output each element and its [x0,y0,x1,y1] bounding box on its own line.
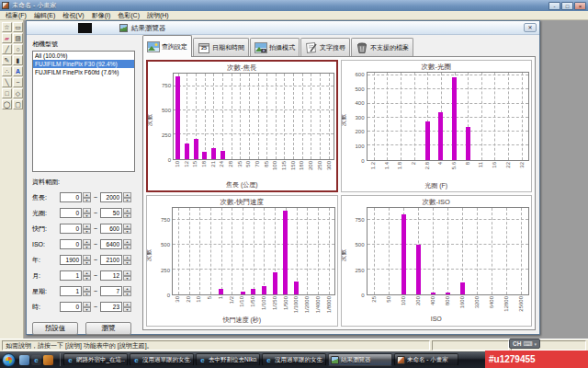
spin-down-icon[interactable]: ▼ [123,229,131,235]
spinner[interactable]: ▲▼ [83,255,91,265]
tab-不支援的檔案[interactable]: 不支援的檔案 [351,38,413,57]
spin-down-icon[interactable]: ▼ [123,276,131,282]
range-min-input[interactable]: 0 [60,208,82,218]
menu-item-5[interactable]: 說明(H) [144,11,172,20]
camera-listbox[interactable]: All (100.0%)FUJIFILM FinePix F30 (92.4%)… [32,51,135,172]
tool-curve[interactable]: ~ [13,77,23,87]
range-max-input[interactable]: 23 [100,302,122,312]
taskbar-button[interactable]: e去中野劃位去Niko... [196,353,260,366]
dialog-titlebar[interactable]: 結果瀏覽器 ✕ [27,21,539,35]
spin-down-icon[interactable]: ▼ [83,307,91,313]
media-player-icon[interactable] [43,355,53,365]
start-button[interactable] [2,353,16,367]
range-max-input[interactable]: 50 [100,208,122,218]
spinner[interactable]: ▲▼ [123,302,131,312]
range-max-input[interactable]: 600 [100,224,122,234]
tool-free-select[interactable]: ☆ [2,22,12,32]
tool-airbrush[interactable]: ∴ [2,66,12,76]
spin-down-icon[interactable]: ▼ [123,307,131,313]
close-button[interactable]: × [574,2,586,10]
menu-item-3[interactable]: 影像(I) [89,11,114,20]
language-bar[interactable]: CH ⌨ ▾ [509,339,540,349]
spin-down-icon[interactable]: ▼ [83,198,91,203]
spin-down-icon[interactable]: ▼ [83,245,91,250]
range-min-input[interactable]: 0 [60,192,82,202]
internet-explorer-icon[interactable]: e [31,355,41,365]
tool-brush[interactable]: ▮ [13,55,23,65]
spinner[interactable]: ▲▼ [123,286,131,296]
range-max-input[interactable]: 6400 [100,239,122,249]
range-min-input[interactable]: 0 [60,239,82,249]
taskbar-button[interactable]: 未命名 - 小畫家 [394,353,458,366]
tool-text[interactable]: A [13,66,23,76]
camera-list-item[interactable]: All (100.0%) [33,52,134,60]
spinner[interactable]: ▲▼ [83,208,91,218]
browse-button[interactable]: 瀏覽 [85,322,131,335]
taskbar-button[interactable]: e沒用過單眼的女生... [262,353,326,366]
chart-shutter-speed[interactable]: 次數-快門速度次數0250500750302010511/21/101/501/… [146,195,338,328]
spinner[interactable]: ▲▼ [83,224,91,234]
spin-down-icon[interactable]: ▼ [83,276,91,282]
spin-down-icon[interactable]: ▼ [83,292,91,297]
spinner[interactable]: ▲▼ [123,208,131,218]
spinner[interactable]: ▲▼ [83,239,91,249]
spinner[interactable]: ▲▼ [123,192,131,202]
tool-ellipse[interactable]: ◯ [2,99,12,109]
tool-rounded-rectangle[interactable]: ▢ [13,99,23,109]
language-caret-icon[interactable]: ▾ [534,341,537,347]
spin-down-icon[interactable]: ▼ [83,229,91,235]
maximize-button[interactable]: □ [561,2,573,10]
spin-down-icon[interactable]: ▼ [83,213,91,219]
tab-日期和時間[interactable]: 25日期和時間 [193,38,249,57]
menu-item-0[interactable]: 檔案(F) [3,11,29,20]
show-desktop-icon[interactable] [19,355,29,365]
spin-down-icon[interactable]: ▼ [123,245,131,250]
tab-文字搜尋[interactable]: 文字搜尋 [300,38,350,57]
chart-iso[interactable]: 次數-ISO次數02505007502550100200400800160032… [341,195,533,328]
tool-eraser[interactable]: ▰ [2,33,12,43]
tab-查詢設定[interactable]: 查詢設定 [142,35,192,57]
spinner[interactable]: ▲▼ [83,270,91,281]
tool-fill[interactable]: ▨ [13,33,23,43]
default-values-button[interactable]: 預設值 [32,322,78,335]
minimize-button[interactable]: - [548,2,560,10]
dialog-close-button[interactable]: ✕ [524,23,537,32]
menu-item-4[interactable]: 色彩(C) [115,11,142,20]
spinner[interactable]: ▲▼ [83,302,91,312]
spinner[interactable]: ▲▼ [83,192,91,202]
menu-item-2[interactable]: 檢視(V) [60,11,86,20]
tab-拍攝模式[interactable]: 拍攝模式 [250,38,300,57]
range-min-input[interactable]: 0 [60,224,82,234]
taskbar-button[interactable]: e沒用過單眼的女生... [130,353,194,366]
tool-polygon[interactable]: ◇ [13,88,23,98]
range-min-input[interactable]: 1 [60,270,82,281]
spin-down-icon[interactable]: ▼ [83,260,91,266]
spinner[interactable]: ▲▼ [123,255,131,265]
range-min-input[interactable]: 1 [60,286,82,296]
tool-rectangle[interactable]: □ [2,88,12,98]
spinner[interactable]: ▲▼ [123,224,131,234]
tool-pencil[interactable]: ✎ [2,55,12,65]
spinner[interactable]: ▲▼ [83,286,91,296]
range-max-input[interactable]: 2100 [100,255,122,265]
spin-down-icon[interactable]: ▼ [123,260,131,266]
spinner[interactable]: ▲▼ [123,270,131,281]
keyboard-icon[interactable]: ⌨ [523,340,532,347]
tool-line[interactable]: ╲ [2,77,12,87]
spinner[interactable]: ▲▼ [123,239,131,249]
spin-down-icon[interactable]: ▼ [123,213,131,219]
tool-magnifier[interactable]: ○ [13,44,23,54]
range-max-input[interactable]: 2000 [100,192,122,202]
range-max-input[interactable]: 12 [100,270,122,281]
camera-list-item[interactable]: FUJIFILM FinePix F30 (92.4%) [33,60,134,68]
spin-down-icon[interactable]: ▼ [123,292,131,297]
taskbar-button[interactable]: 結果瀏覽器 [328,353,392,366]
tool-color-picker[interactable]: ╱ [2,44,12,54]
camera-list-item[interactable]: FUJIFILM FinePix F60fd (7.6%) [33,68,134,76]
chart-aperture[interactable]: 次數-光圈次數01002003004005006001.21.41.822.84… [341,60,533,192]
range-min-input[interactable]: 0 [60,302,82,312]
spin-down-icon[interactable]: ▼ [123,198,131,203]
language-indicator[interactable]: CH [513,340,521,347]
range-min-input[interactable]: 1900 [60,255,82,265]
range-max-input[interactable]: 7 [100,286,122,296]
